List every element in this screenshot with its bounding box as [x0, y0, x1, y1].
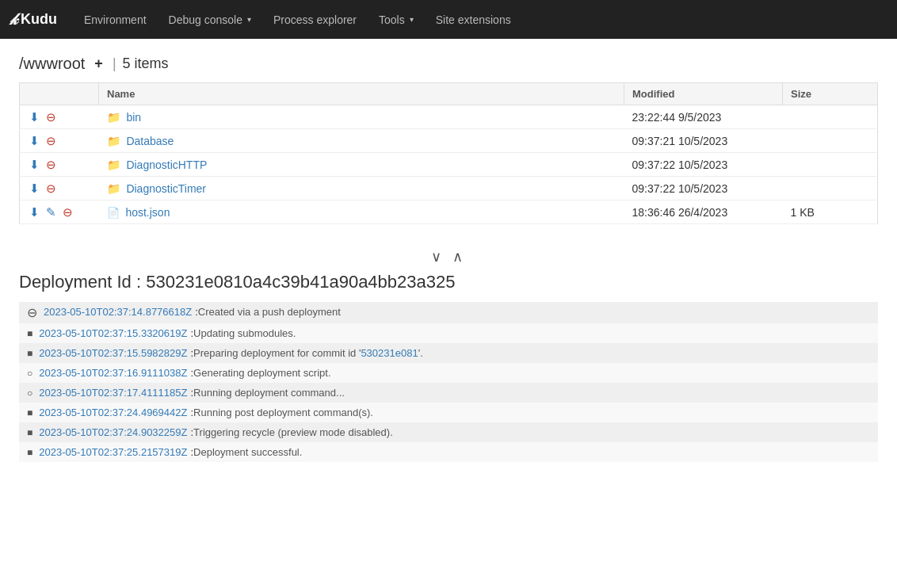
chevron-down-icon: ∨ [431, 249, 445, 265]
log-item: ○ 2023-05-10T02:37:17.4111185Z : Running… [19, 383, 878, 403]
deployment-title: Deployment Id : 530231e0810a4c39b41a90a4… [19, 272, 878, 292]
chevron-down-icon: ▾ [247, 15, 251, 24]
download-icon[interactable]: ⬇ [28, 110, 41, 124]
file-link[interactable]: DiagnosticHTTP [126, 158, 207, 171]
file-link[interactable]: Database [126, 135, 174, 147]
log-item: ■ 2023-05-10T02:37:24.9032259Z : Trigger… [19, 422, 878, 442]
col-actions-header [20, 83, 99, 105]
brand-logo[interactable]: 𝓀 Kudu [10, 10, 57, 29]
delete-icon[interactable]: ⊖ [44, 158, 58, 171]
log-bullet-icon: ○ [27, 368, 32, 379]
nav-debug-console[interactable]: Debug console ▾ [158, 0, 262, 39]
log-bullet-icon: ⊖ [27, 307, 37, 319]
add-file-button[interactable]: + [91, 55, 106, 72]
log-timestamp: 2023-05-10T02:37:24.9032259Z [39, 426, 187, 438]
delete-icon[interactable]: ⊖ [61, 205, 74, 219]
download-icon[interactable]: ⬇ [28, 205, 41, 219]
log-timestamp: 2023-05-10T02:37:15.5982829Z [39, 347, 187, 359]
download-icon[interactable]: ⬇ [28, 158, 41, 171]
table-row: ⬇ ⊖ 📁 bin23:22:44 9/5/2023 [20, 105, 878, 129]
log-item: ■ 2023-05-10T02:37:25.2157319Z : Deploym… [19, 442, 878, 462]
folder-icon: 📁 [107, 111, 120, 124]
main-content: /wwwroot + | 5 items Name Modified Size … [0, 39, 897, 478]
file-link[interactable]: bin [126, 111, 141, 124]
download-icon[interactable]: ⬇ [28, 181, 41, 195]
file-size: 1 KB [783, 200, 878, 224]
chevron-down-icon: ▾ [410, 15, 414, 24]
log-bullet-icon: ■ [27, 407, 32, 418]
table-row: ⬇ ✎ ⊖ 📄 host.json18:36:46 26/4/20231 KB [20, 200, 878, 224]
modified-date: 09:37:21 10/5/2023 [624, 129, 783, 153]
navbar: 𝓀 Kudu Environment Debug console ▾ Proce… [0, 0, 897, 39]
table-row: ⬇ ⊖ 📁 DiagnosticTimer09:37:22 10/5/2023 [20, 177, 878, 200]
log-bullet-icon: ○ [27, 388, 32, 399]
log-item: ■ 2023-05-10T02:37:24.4969442Z : Running… [19, 403, 878, 422]
file-size [783, 153, 878, 177]
log-timestamp: 2023-05-10T02:37:16.9111038Z [39, 367, 187, 379]
log-timestamp: 2023-05-10T02:37:15.3320619Z [39, 327, 187, 339]
breadcrumb-area: /wwwroot + | 5 items [19, 55, 878, 73]
delete-icon[interactable]: ⊖ [44, 181, 58, 195]
file-size [783, 105, 878, 129]
table-row: ⬇ ⊖ 📁 Database09:37:21 10/5/2023 [20, 129, 878, 153]
deploy-toggle[interactable]: ∨ ∧ [19, 248, 878, 265]
file-size [783, 129, 878, 153]
modified-date: 23:22:44 9/5/2023 [624, 105, 783, 129]
table-row: ⬇ ⊖ 📁 DiagnosticHTTP09:37:22 10/5/2023 [20, 153, 878, 177]
col-name-header: Name [99, 83, 624, 105]
item-count: 5 items [123, 55, 169, 72]
log-item: ⊖ 2023-05-10T02:37:14.8776618Z : Created… [19, 302, 878, 323]
log-bullet-icon: ■ [27, 447, 32, 458]
nav-process-explorer[interactable]: Process explorer [262, 0, 368, 39]
file-link[interactable]: host.json [125, 206, 170, 219]
modified-date: 09:37:22 10/5/2023 [624, 177, 783, 200]
breadcrumb-separator: | [113, 55, 116, 72]
modified-date: 18:36:46 26/4/2023 [624, 200, 783, 224]
delete-icon[interactable]: ⊖ [44, 110, 58, 124]
chevron-up-icon: ∧ [452, 249, 466, 265]
log-bullet-icon: ■ [27, 328, 32, 339]
modified-date: 09:37:22 10/5/2023 [624, 153, 783, 177]
log-bullet-icon: ■ [27, 427, 32, 438]
log-item: ○ 2023-05-10T02:37:16.9111038Z : Generat… [19, 363, 878, 383]
log-item: ■ 2023-05-10T02:37:15.5982829Z : Prepari… [19, 343, 878, 363]
edit-icon[interactable]: ✎ [44, 205, 58, 219]
deployment-log: ⊖ 2023-05-10T02:37:14.8776618Z : Created… [19, 302, 878, 462]
folder-icon: 📁 [107, 158, 120, 171]
log-timestamp: 2023-05-10T02:37:14.8776618Z [44, 306, 192, 318]
file-size [783, 177, 878, 200]
download-icon[interactable]: ⬇ [28, 134, 41, 147]
nav-site-extensions[interactable]: Site extensions [425, 0, 522, 39]
log-bullet-icon: ■ [27, 348, 32, 359]
brand-name: Kudu [21, 11, 57, 28]
log-timestamp: 2023-05-10T02:37:24.4969442Z [39, 407, 187, 418]
folder-icon: 📁 [107, 135, 120, 147]
file-table: Name Modified Size ⬇ ⊖ 📁 bin23:22:44 9/5… [19, 82, 878, 224]
folder-icon: 📁 [107, 182, 120, 195]
file-link[interactable]: DiagnosticTimer [126, 182, 206, 195]
file-icon: 📄 [107, 207, 120, 219]
logo-icon: 𝓀 [10, 10, 17, 29]
nav-environment[interactable]: Environment [73, 0, 158, 39]
breadcrumb-path: /wwwroot [19, 55, 85, 73]
log-timestamp: 2023-05-10T02:37:17.4111185Z [39, 387, 187, 399]
delete-icon[interactable]: ⊖ [44, 134, 58, 147]
log-item: ■ 2023-05-10T02:37:15.3320619Z : Updatin… [19, 323, 878, 343]
col-size-header: Size [783, 83, 878, 105]
nav-tools[interactable]: Tools ▾ [368, 0, 425, 39]
col-modified-header: Modified [624, 83, 783, 105]
log-timestamp: 2023-05-10T02:37:25.2157319Z [39, 446, 187, 458]
